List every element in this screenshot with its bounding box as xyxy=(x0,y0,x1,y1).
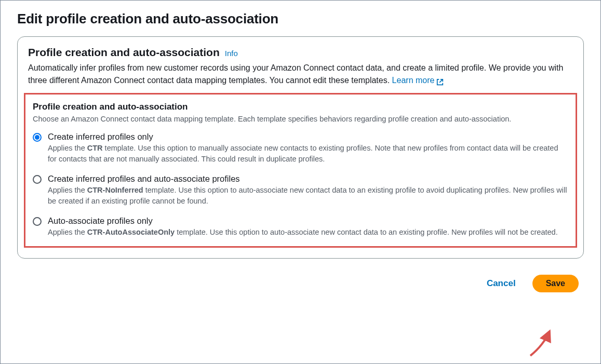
option-label: Create inferred profiles and auto-associ… xyxy=(48,174,568,184)
option-description: Applies the CTR-NoInferred template. Use… xyxy=(48,185,568,207)
option-label: Create inferred profiles only xyxy=(48,132,568,142)
options-highlight-box: Profile creation and auto-association Ch… xyxy=(24,93,577,248)
section-title: Profile creation and auto-association xyxy=(33,102,568,112)
panel-title: Profile creation and auto-association xyxy=(28,46,220,59)
option-create-and-auto-associate[interactable]: Create inferred profiles and auto-associ… xyxy=(33,174,568,207)
radio-icon[interactable] xyxy=(33,217,42,226)
radio-icon[interactable] xyxy=(33,133,42,142)
option-description: Applies the CTR-AutoAssociateOnly templa… xyxy=(48,227,568,238)
radio-icon[interactable] xyxy=(33,175,42,184)
save-button[interactable]: Save xyxy=(532,275,579,292)
footer-actions: Cancel Save xyxy=(17,274,584,293)
template-options: Create inferred profiles only Applies th… xyxy=(33,132,568,238)
option-auto-associate-only[interactable]: Auto-associate profiles only Applies the… xyxy=(33,216,568,238)
option-description: Applies the CTR template. Use this optio… xyxy=(48,143,568,165)
info-link[interactable]: Info xyxy=(225,49,238,58)
option-create-inferred-only[interactable]: Create inferred profiles only Applies th… xyxy=(33,132,568,165)
section-description: Choose an Amazon Connect contact data ma… xyxy=(33,114,568,125)
settings-panel: Profile creation and auto-association In… xyxy=(17,36,584,259)
option-label: Auto-associate profiles only xyxy=(48,216,568,226)
learn-more-link[interactable]: Learn more xyxy=(392,74,444,87)
annotation-arrow-icon xyxy=(523,322,559,358)
panel-description: Automatically infer profiles from new cu… xyxy=(28,62,573,87)
external-link-icon xyxy=(436,77,444,84)
cancel-button[interactable]: Cancel xyxy=(480,274,522,293)
page-title: Edit profile creation and auto-associati… xyxy=(17,11,584,27)
